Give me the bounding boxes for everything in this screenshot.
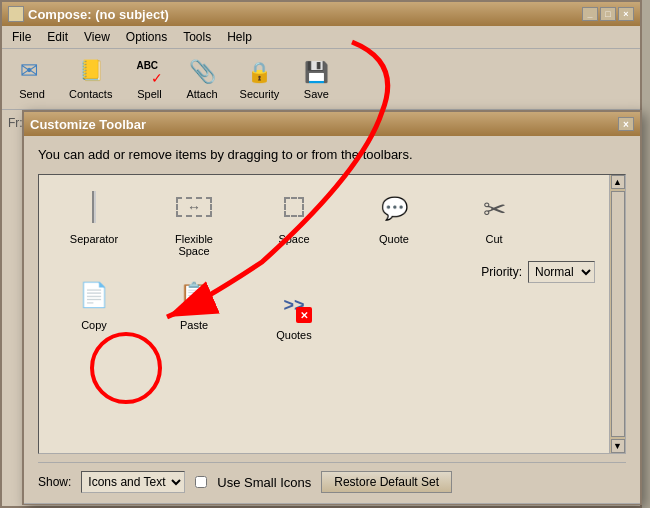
- dialog-instruction: You can add or remove items by dragging …: [38, 146, 626, 164]
- menu-bar: File Edit View Options Tools Help: [2, 26, 640, 49]
- menu-edit[interactable]: Edit: [43, 28, 72, 46]
- dialog-body: You can add or remove items by dragging …: [24, 136, 640, 503]
- separator-label: Separator: [70, 233, 118, 245]
- dialog-title: Customize Toolbar: [30, 117, 146, 132]
- contacts-icon: [77, 58, 105, 86]
- space-label: Space: [278, 233, 309, 245]
- toolbar-item-quotes[interactable]: ✕ Quotes: [259, 281, 329, 345]
- priority-row: Priority: Normal Highest High Low Lowest: [481, 261, 595, 283]
- paste-label: Paste: [180, 319, 208, 331]
- small-icons-label: Use Small Icons: [217, 475, 311, 490]
- cut-icon: [474, 189, 514, 229]
- customize-toolbar-dialog: Customize Toolbar × You can add or remov…: [22, 110, 642, 505]
- scroll-down-button[interactable]: ▼: [611, 439, 625, 453]
- priority-select[interactable]: Normal Highest High Low Lowest: [528, 261, 595, 283]
- menu-tools[interactable]: Tools: [179, 28, 215, 46]
- security-button[interactable]: Security: [231, 53, 289, 105]
- dialog-close-button[interactable]: ×: [618, 117, 634, 131]
- security-icon: [245, 58, 273, 86]
- contacts-button[interactable]: Contacts: [60, 53, 121, 105]
- copy-label: Copy: [81, 319, 107, 331]
- menu-file[interactable]: File: [8, 28, 35, 46]
- toolbar-items-container: Separator Flexible Space S: [39, 175, 625, 355]
- paste-icon: [174, 275, 214, 315]
- toolbar-item-flexible-space[interactable]: Flexible Space: [159, 185, 229, 261]
- quotes-x-badge: ✕: [296, 307, 312, 323]
- scroll-bar[interactable]: ▲ ▼: [609, 175, 625, 453]
- show-select-wrapper: Icons and Text Icons Only Text Only: [81, 471, 185, 493]
- title-bar: Compose: (no subject) _ □ ×: [2, 2, 640, 26]
- main-window: Compose: (no subject) _ □ × File Edit Vi…: [0, 0, 642, 508]
- scroll-thumb[interactable]: [611, 191, 625, 437]
- title-bar-left: Compose: (no subject): [8, 6, 169, 22]
- window-title: Compose: (no subject): [28, 7, 169, 22]
- menu-options[interactable]: Options: [122, 28, 171, 46]
- window-controls: _ □ ×: [582, 7, 634, 21]
- send-label: Send: [19, 88, 45, 100]
- scroll-up-button[interactable]: ▲: [611, 175, 625, 189]
- menu-view[interactable]: View: [80, 28, 114, 46]
- quotes-label: Quotes: [276, 329, 311, 341]
- attach-button[interactable]: Attach: [177, 53, 226, 105]
- minimize-button[interactable]: _: [582, 7, 598, 21]
- toolbar-item-copy[interactable]: Copy: [59, 271, 129, 345]
- close-button[interactable]: ×: [618, 7, 634, 21]
- priority-select-wrapper: Normal Highest High Low Lowest: [528, 261, 595, 283]
- copy-icon: [74, 275, 114, 315]
- save-icon: [302, 58, 330, 86]
- menu-help[interactable]: Help: [223, 28, 256, 46]
- space-icon: [274, 189, 314, 229]
- attach-icon: [188, 58, 216, 86]
- separator-icon: [74, 189, 114, 229]
- contacts-label: Contacts: [69, 88, 112, 100]
- show-label: Show:: [38, 475, 71, 489]
- restore-default-button[interactable]: Restore Default Set: [321, 471, 452, 493]
- send-icon: [18, 58, 46, 86]
- small-icons-checkbox[interactable]: [195, 476, 207, 488]
- send-button[interactable]: Send: [8, 53, 56, 105]
- toolbar-item-paste[interactable]: Paste: [159, 271, 229, 345]
- quotes-icon: ✕: [274, 285, 314, 325]
- attach-label: Attach: [186, 88, 217, 100]
- save-button[interactable]: Save: [292, 53, 340, 105]
- flexible-space-icon: [174, 189, 214, 229]
- main-toolbar: Send Contacts Spell Attach Security Save: [2, 49, 640, 110]
- dialog-title-bar: Customize Toolbar ×: [24, 112, 640, 136]
- priority-label: Priority:: [481, 265, 522, 279]
- dialog-bottom-bar: Show: Icons and Text Icons Only Text Onl…: [38, 462, 626, 493]
- toolbar-item-quote[interactable]: 💬 Quote: [359, 185, 429, 261]
- quote-label: Quote: [379, 233, 409, 245]
- app-icon: [8, 6, 24, 22]
- toolbar-item-space[interactable]: Space: [259, 185, 329, 261]
- spell-label: Spell: [137, 88, 161, 100]
- flexible-space-label: Flexible Space: [163, 233, 225, 257]
- security-label: Security: [240, 88, 280, 100]
- maximize-button[interactable]: □: [600, 7, 616, 21]
- spell-icon: [135, 58, 163, 86]
- toolbar-item-separator[interactable]: Separator: [59, 185, 129, 261]
- cut-label: Cut: [485, 233, 502, 245]
- toolbar-items-scroll[interactable]: Separator Flexible Space S: [38, 174, 626, 454]
- dialog-action-buttons: Cancel OK: [24, 503, 640, 508]
- quote-icon: 💬: [374, 189, 414, 229]
- show-select[interactable]: Icons and Text Icons Only Text Only: [81, 471, 185, 493]
- toolbar-item-cut[interactable]: Cut: [459, 185, 529, 261]
- spell-button[interactable]: Spell: [125, 53, 173, 105]
- save-label: Save: [304, 88, 329, 100]
